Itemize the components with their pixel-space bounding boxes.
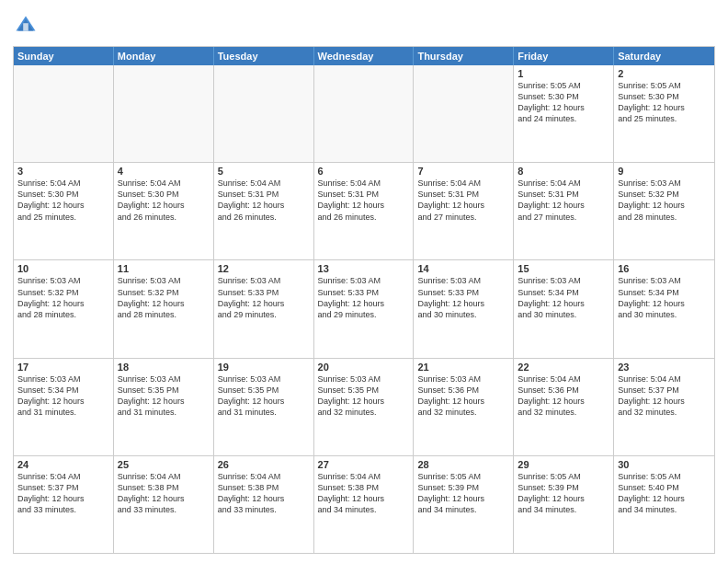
day-cell-27: 27Sunrise: 5:04 AM Sunset: 5:38 PM Dayli… (314, 456, 415, 553)
page: SundayMondayTuesdayWednesdayThursdayFrid… (0, 0, 728, 563)
day-cell-7: 7Sunrise: 5:04 AM Sunset: 5:31 PM Daylig… (414, 163, 514, 259)
header-day-monday: Monday (114, 47, 214, 65)
day-info: Sunrise: 5:04 AM Sunset: 5:38 PM Dayligh… (118, 471, 210, 516)
svg-rect-2 (23, 23, 28, 30)
day-cell-2: 2Sunrise: 5:05 AM Sunset: 5:30 PM Daylig… (614, 65, 714, 162)
day-cell-13: 13Sunrise: 5:03 AM Sunset: 5:33 PM Dayli… (314, 260, 415, 357)
day-cell-16: 16Sunrise: 5:03 AM Sunset: 5:34 PM Dayli… (614, 260, 714, 357)
header-day-saturday: Saturday (614, 47, 714, 65)
day-number: 7 (417, 166, 509, 177)
header-day-sunday: Sunday (14, 47, 114, 65)
day-info: Sunrise: 5:05 AM Sunset: 5:40 PM Dayligh… (618, 471, 711, 516)
calendar-row-1: 1Sunrise: 5:05 AM Sunset: 5:30 PM Daylig… (14, 65, 714, 162)
day-number: 1 (518, 68, 609, 79)
day-number: 24 (17, 459, 109, 470)
day-cell-19: 19Sunrise: 5:03 AM Sunset: 5:35 PM Dayli… (214, 359, 314, 455)
day-cell-14: 14Sunrise: 5:03 AM Sunset: 5:33 PM Dayli… (414, 260, 514, 357)
day-cell-30: 30Sunrise: 5:05 AM Sunset: 5:40 PM Dayli… (614, 456, 714, 553)
day-number: 28 (417, 459, 509, 470)
day-cell-5: 5Sunrise: 5:04 AM Sunset: 5:31 PM Daylig… (214, 163, 314, 259)
day-info: Sunrise: 5:04 AM Sunset: 5:37 PM Dayligh… (618, 373, 711, 419)
day-number: 10 (17, 263, 109, 274)
header-day-thursday: Thursday (414, 47, 514, 65)
day-number: 11 (118, 263, 210, 274)
empty-cell (114, 65, 214, 162)
header-day-tuesday: Tuesday (214, 47, 314, 65)
calendar-row-2: 3Sunrise: 5:04 AM Sunset: 5:30 PM Daylig… (14, 162, 714, 259)
day-info: Sunrise: 5:03 AM Sunset: 5:35 PM Dayligh… (118, 373, 210, 419)
day-cell-26: 26Sunrise: 5:04 AM Sunset: 5:38 PM Dayli… (214, 456, 314, 553)
day-info: Sunrise: 5:03 AM Sunset: 5:32 PM Dayligh… (618, 178, 711, 223)
day-cell-22: 22Sunrise: 5:04 AM Sunset: 5:36 PM Dayli… (514, 359, 614, 455)
day-cell-9: 9Sunrise: 5:03 AM Sunset: 5:32 PM Daylig… (614, 163, 714, 259)
day-info: Sunrise: 5:03 AM Sunset: 5:34 PM Dayligh… (618, 275, 711, 320)
day-number: 2 (618, 68, 711, 79)
day-number: 20 (318, 362, 410, 373)
day-info: Sunrise: 5:03 AM Sunset: 5:33 PM Dayligh… (318, 275, 410, 320)
day-number: 8 (518, 166, 609, 177)
header (13, 9, 715, 39)
day-cell-17: 17Sunrise: 5:03 AM Sunset: 5:34 PM Dayli… (14, 359, 114, 455)
day-info: Sunrise: 5:04 AM Sunset: 5:38 PM Dayligh… (218, 471, 310, 516)
calendar-header: SundayMondayTuesdayWednesdayThursdayFrid… (14, 47, 714, 65)
day-info: Sunrise: 5:05 AM Sunset: 5:30 PM Dayligh… (618, 80, 711, 125)
day-number: 16 (618, 263, 711, 274)
day-cell-8: 8Sunrise: 5:04 AM Sunset: 5:31 PM Daylig… (514, 163, 614, 259)
day-info: Sunrise: 5:03 AM Sunset: 5:34 PM Dayligh… (17, 373, 109, 419)
day-number: 27 (318, 459, 410, 470)
day-cell-29: 29Sunrise: 5:05 AM Sunset: 5:39 PM Dayli… (514, 456, 614, 553)
day-info: Sunrise: 5:04 AM Sunset: 5:37 PM Dayligh… (17, 471, 109, 516)
day-number: 4 (118, 166, 210, 177)
header-day-friday: Friday (514, 47, 614, 65)
day-info: Sunrise: 5:04 AM Sunset: 5:38 PM Dayligh… (318, 471, 410, 516)
day-number: 22 (518, 362, 609, 373)
empty-cell (14, 65, 114, 162)
day-cell-1: 1Sunrise: 5:05 AM Sunset: 5:30 PM Daylig… (514, 65, 614, 162)
day-cell-20: 20Sunrise: 5:03 AM Sunset: 5:35 PM Dayli… (314, 359, 415, 455)
day-cell-24: 24Sunrise: 5:04 AM Sunset: 5:37 PM Dayli… (14, 456, 114, 553)
day-cell-15: 15Sunrise: 5:03 AM Sunset: 5:34 PM Dayli… (514, 260, 614, 357)
day-number: 17 (17, 362, 109, 373)
logo-icon (13, 13, 39, 39)
day-number: 30 (618, 459, 711, 470)
day-cell-3: 3Sunrise: 5:04 AM Sunset: 5:30 PM Daylig… (14, 163, 114, 259)
day-number: 9 (618, 166, 711, 177)
day-info: Sunrise: 5:03 AM Sunset: 5:36 PM Dayligh… (417, 373, 509, 419)
day-cell-28: 28Sunrise: 5:05 AM Sunset: 5:39 PM Dayli… (414, 456, 514, 553)
day-info: Sunrise: 5:05 AM Sunset: 5:39 PM Dayligh… (417, 471, 509, 516)
day-cell-12: 12Sunrise: 5:03 AM Sunset: 5:33 PM Dayli… (214, 260, 314, 357)
empty-cell (214, 65, 314, 162)
day-info: Sunrise: 5:03 AM Sunset: 5:34 PM Dayligh… (518, 275, 609, 320)
day-cell-23: 23Sunrise: 5:04 AM Sunset: 5:37 PM Dayli… (614, 359, 714, 455)
day-cell-21: 21Sunrise: 5:03 AM Sunset: 5:36 PM Dayli… (414, 359, 514, 455)
day-info: Sunrise: 5:04 AM Sunset: 5:30 PM Dayligh… (118, 178, 210, 223)
calendar: SundayMondayTuesdayWednesdayThursdayFrid… (13, 46, 715, 554)
header-day-wednesday: Wednesday (314, 47, 415, 65)
day-info: Sunrise: 5:05 AM Sunset: 5:30 PM Dayligh… (518, 80, 609, 125)
day-cell-10: 10Sunrise: 5:03 AM Sunset: 5:32 PM Dayli… (14, 260, 114, 357)
day-number: 3 (17, 166, 109, 177)
day-number: 26 (218, 459, 310, 470)
calendar-body: 1Sunrise: 5:05 AM Sunset: 5:30 PM Daylig… (14, 65, 714, 553)
day-number: 19 (218, 362, 310, 373)
calendar-row-4: 17Sunrise: 5:03 AM Sunset: 5:34 PM Dayli… (14, 358, 714, 455)
day-number: 23 (618, 362, 711, 373)
calendar-row-3: 10Sunrise: 5:03 AM Sunset: 5:32 PM Dayli… (14, 259, 714, 357)
day-cell-6: 6Sunrise: 5:04 AM Sunset: 5:31 PM Daylig… (314, 163, 415, 259)
day-info: Sunrise: 5:04 AM Sunset: 5:31 PM Dayligh… (218, 178, 310, 223)
day-number: 14 (417, 263, 509, 274)
empty-cell (314, 65, 415, 162)
day-info: Sunrise: 5:03 AM Sunset: 5:32 PM Dayligh… (17, 275, 109, 320)
day-info: Sunrise: 5:04 AM Sunset: 5:31 PM Dayligh… (518, 178, 609, 223)
day-info: Sunrise: 5:03 AM Sunset: 5:33 PM Dayligh… (218, 275, 310, 320)
day-number: 15 (518, 263, 609, 274)
day-number: 29 (518, 459, 609, 470)
logo (13, 13, 40, 39)
day-number: 18 (118, 362, 210, 373)
day-cell-4: 4Sunrise: 5:04 AM Sunset: 5:30 PM Daylig… (114, 163, 214, 259)
day-number: 5 (218, 166, 310, 177)
day-info: Sunrise: 5:04 AM Sunset: 5:31 PM Dayligh… (318, 178, 410, 223)
day-cell-18: 18Sunrise: 5:03 AM Sunset: 5:35 PM Dayli… (114, 359, 214, 455)
calendar-row-5: 24Sunrise: 5:04 AM Sunset: 5:37 PM Dayli… (14, 455, 714, 553)
day-info: Sunrise: 5:03 AM Sunset: 5:35 PM Dayligh… (318, 373, 410, 419)
